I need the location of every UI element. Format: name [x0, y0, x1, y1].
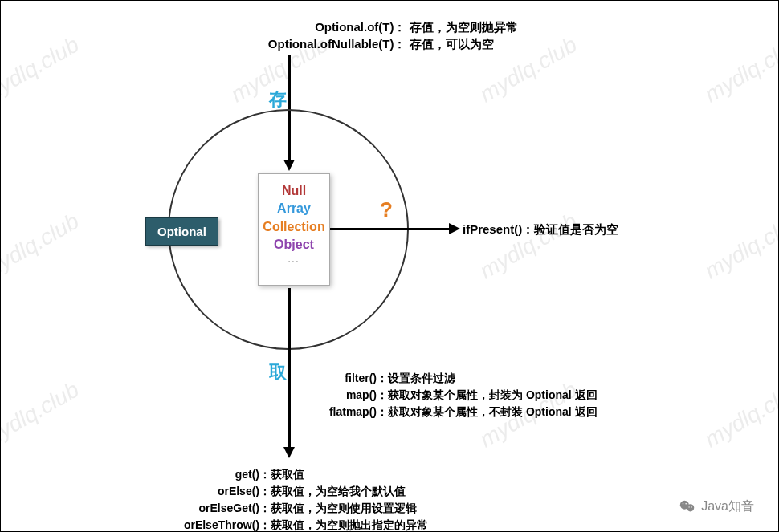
watermark: mydlq.club — [0, 377, 84, 453]
method-label: Optional.of(T)： — [262, 18, 406, 35]
method-desc: 获取值 — [271, 468, 304, 481]
top-row: Optional.ofNullable(T)：存值，可以为空 — [262, 35, 518, 52]
bottom-methods: get()：获取值 orElse()：获取值，为空给我个默认值 orElseGe… — [168, 466, 428, 532]
method-desc: 设置条件过滤 — [388, 372, 455, 384]
svg-point-1 — [687, 504, 694, 511]
method-label: filter()： — [322, 370, 388, 387]
svg-point-3 — [686, 503, 687, 505]
method-desc: 获取值，为空则抛出指定的异常 — [271, 518, 428, 531]
method-desc: 获取对象某个属性，封装为 Optional 返回 — [388, 388, 598, 401]
arrow-bottom — [288, 288, 291, 449]
method-desc: 存值，可以为空 — [410, 37, 494, 51]
top-row: Optional.of(T)：存值，为空则抛异常 — [262, 18, 518, 35]
svg-point-5 — [691, 506, 692, 507]
content-collection: Collection — [259, 218, 329, 236]
method-label: orElse()： — [168, 483, 271, 500]
arrow-right-head — [449, 223, 460, 234]
wechat-icon — [679, 497, 696, 515]
brand-text: Java知音 — [701, 498, 754, 515]
take-label: 取 — [269, 360, 287, 384]
footer-brand: Java知音 — [679, 497, 754, 515]
method-desc: 验证值是否为空 — [534, 222, 618, 236]
method-label: orElseThrow()： — [168, 517, 271, 532]
top-methods: Optional.of(T)：存值，为空则抛异常 Optional.ofNull… — [262, 18, 518, 52]
middle-methods: filter()：设置条件过滤 map()：获取对象某个属性，封装为 Optio… — [322, 370, 598, 420]
method-desc: 获取值，为空则使用设置逻辑 — [271, 502, 417, 514]
content-object: Object — [259, 236, 329, 254]
content-dots: ... — [259, 254, 329, 266]
content-array: Array — [259, 200, 329, 217]
watermark: mydlq.club — [475, 209, 581, 285]
watermark: mydlq.club — [700, 32, 779, 108]
ifpresent-text: ifPresent()：验证值是否为空 — [463, 222, 618, 238]
svg-point-4 — [689, 506, 690, 507]
optional-badge: Optional — [145, 217, 218, 246]
method-desc: 获取对象某个属性，不封装 Optional 返回 — [388, 405, 598, 418]
method-label: flatmap()： — [322, 404, 388, 420]
watermark: mydlq.club — [0, 209, 84, 285]
method-desc: 存值，为空则抛异常 — [410, 20, 518, 34]
method-label: orElseGet()： — [168, 500, 271, 517]
svg-point-2 — [683, 503, 684, 505]
method-label: Optional.ofNullable(T)： — [262, 35, 406, 52]
method-label: map()： — [322, 387, 388, 404]
watermark: mydlq.club — [700, 377, 779, 453]
store-label: 存 — [269, 87, 287, 112]
content-box: Null Array Collection Object ... — [258, 173, 330, 286]
arrow-bottom-head — [283, 447, 295, 458]
watermark: mydlq.club — [0, 32, 84, 108]
arrow-right — [330, 228, 451, 230]
method-label: get()： — [168, 466, 271, 483]
question-mark: ? — [380, 197, 393, 222]
method-desc: 获取值，为空给我个默认值 — [271, 485, 406, 497]
method-label: ifPresent()： — [463, 222, 534, 236]
watermark: mydlq.club — [700, 209, 779, 285]
content-null: Null — [259, 182, 329, 200]
